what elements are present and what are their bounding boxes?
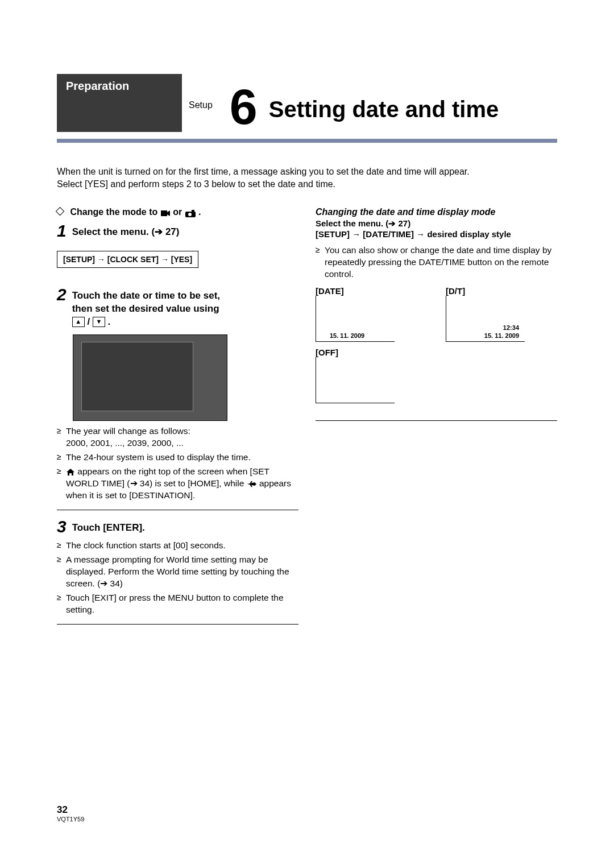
svg-point-4: [188, 213, 192, 216]
down-arrow-icon: ▼: [93, 317, 105, 327]
step-2-text-l2: then set the desired value using: [72, 303, 219, 314]
intro-text: When the unit is turned on for the first…: [57, 166, 557, 190]
left-column: Change the mode to or . 1 Select the men…: [57, 207, 298, 633]
up-arrow-icon: ▲: [72, 317, 85, 327]
bullet-worldprompt: A message prompting for World time setti…: [57, 554, 298, 590]
bullet-24h: The 24-hour system is used to display th…: [57, 452, 298, 464]
change-mode-post: .: [198, 207, 201, 217]
preparation-box: Preparation: [57, 74, 182, 132]
mode-dt: [D/T] 12:34 15. 11. 2009: [446, 286, 525, 342]
mode-dt-date: 15. 11. 2009: [484, 332, 519, 339]
mode-date-stamp: 15. 11. 2009: [330, 332, 364, 339]
lcd-inner: [81, 342, 193, 411]
change-mode-line: Change the mode to or .: [57, 207, 298, 218]
menu-path-clockset: [SETUP] → [CLOCK SET] → [YES]: [57, 251, 198, 268]
bullet-remote: You can also show or change the date and…: [316, 245, 557, 280]
display-mode-row: [DATE] 15. 11. 2009 [D/T] 12:34 15. 11. …: [316, 286, 557, 342]
mode-off-box: [316, 357, 395, 403]
accent-bar: [57, 139, 557, 143]
divider-1: [57, 510, 298, 510]
change-mode-pre: Change the mode to: [70, 207, 160, 217]
divider-2: [57, 624, 298, 625]
diamond-bullet-icon: [56, 207, 65, 216]
svg-marker-1: [167, 210, 170, 216]
right-column: Changing the date and time display mode …: [316, 207, 557, 633]
step-3-text: Touch [ENTER].: [72, 518, 145, 535]
chapter-header: Preparation Setup 6 Setting date and tim…: [57, 74, 557, 132]
setup-label: Setup: [189, 100, 213, 132]
home-icon: [66, 466, 75, 478]
right-subheading: Changing the date and time display mode: [316, 207, 557, 217]
mode-date-label: [DATE]: [316, 286, 395, 296]
svg-marker-6: [247, 482, 256, 486]
bullet-worldtime: appears on the right top of the screen w…: [57, 466, 298, 502]
plane-icon: [247, 478, 257, 490]
svg-rect-3: [192, 210, 194, 212]
step-3-number: 3: [57, 518, 67, 535]
step-1-text: Select the menu. (➔ 27): [72, 222, 180, 239]
step-2-bullets: The year will change as follows: 2000, 2…: [57, 425, 298, 502]
intro-line1: When the unit is turned on for the first…: [57, 167, 470, 176]
svg-marker-5: [67, 469, 74, 476]
bullet-clock00: The clock function starts at [00] second…: [57, 540, 298, 552]
mode-dt-time: 12:34: [503, 324, 519, 331]
step-1: 1 Select the menu. (➔ 27): [57, 222, 298, 239]
step-2-slash: /: [87, 316, 92, 327]
bullet-worldtime-a: appears on the right top of the screen w…: [66, 466, 269, 488]
doc-code: VQT1Y59: [57, 816, 84, 822]
page-footer: 32 VQT1Y59: [57, 804, 84, 822]
bullet-exit: Touch [EXIT] or press the MENU button to…: [57, 592, 298, 616]
lcd-screenshot: [73, 334, 227, 421]
mode-off-label: [OFF]: [316, 348, 557, 357]
page-number: 32: [57, 804, 84, 816]
step-2-end: .: [108, 316, 111, 327]
step-3-bullets: The clock function starts at [00] second…: [57, 540, 298, 616]
svg-rect-0: [161, 210, 167, 216]
camera-mode-icon: [185, 208, 196, 218]
step-2-text: Touch the date or time to be set, then s…: [72, 286, 220, 329]
manual-page: Preparation Setup 6 Setting date and tim…: [0, 0, 614, 868]
mode-off: [OFF]: [316, 348, 557, 403]
step-2-number: 2: [57, 286, 67, 303]
mode-dt-label: [D/T]: [446, 286, 525, 296]
intro-line2: Select [YES] and perform steps 2 to 3 be…: [57, 179, 335, 189]
right-select-menu: Select the menu. (➔ 27): [316, 218, 557, 229]
step-2-text-l1: Touch the date or time to be set,: [72, 290, 220, 301]
step-3: 3 Touch [ENTER].: [57, 518, 298, 535]
content-columns: Change the mode to or . 1 Select the men…: [57, 207, 557, 633]
right-menu-path: [SETUP] → [DATE/TIME] → desired display …: [316, 229, 557, 240]
step-1-number: 1: [57, 222, 67, 239]
step-2: 2 Touch the date or time to be set, then…: [57, 286, 298, 329]
divider-right: [316, 420, 557, 421]
mode-date-box: 15. 11. 2009: [316, 296, 395, 342]
chapter-number: 6: [230, 82, 258, 132]
bullet-year: The year will change as follows: 2000, 2…: [57, 425, 298, 449]
mode-date: [DATE] 15. 11. 2009: [316, 286, 395, 342]
page-title: Setting date and time: [269, 97, 499, 132]
change-mode-or: or: [173, 207, 184, 217]
right-bullets: You can also show or change the date and…: [316, 245, 557, 280]
video-mode-icon: [160, 208, 171, 218]
mode-dt-box: 12:34 15. 11. 2009: [446, 296, 525, 342]
